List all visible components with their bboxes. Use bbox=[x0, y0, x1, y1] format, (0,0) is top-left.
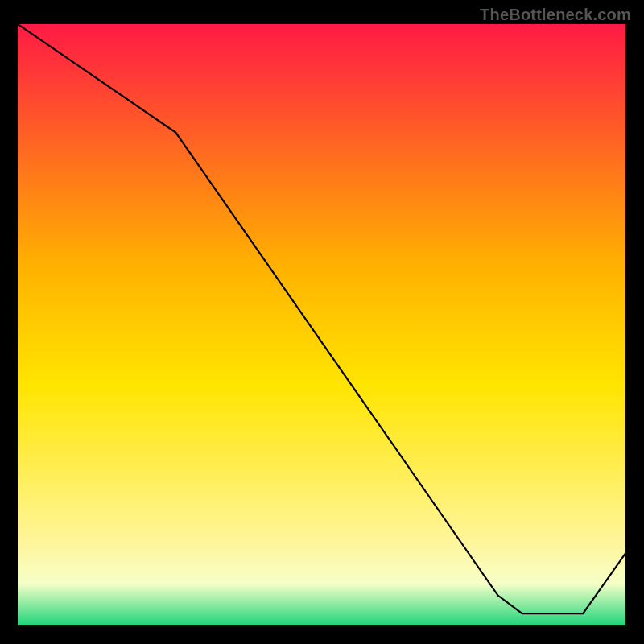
chart-plot bbox=[18, 24, 625, 625]
gradient-background bbox=[18, 24, 625, 625]
watermark-text: TheBottleneck.com bbox=[480, 6, 631, 24]
chart-frame bbox=[16, 23, 627, 627]
